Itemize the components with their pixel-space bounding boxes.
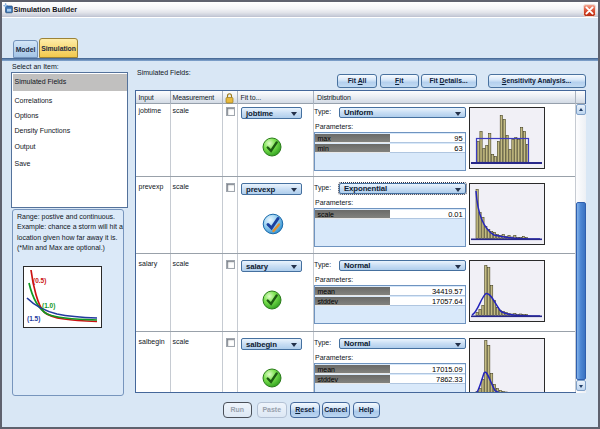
svg-text:(1.0): (1.0) bbox=[42, 302, 55, 310]
svg-text:(0.5): (0.5) bbox=[33, 277, 46, 285]
svg-text:(1.5): (1.5) bbox=[27, 315, 40, 323]
